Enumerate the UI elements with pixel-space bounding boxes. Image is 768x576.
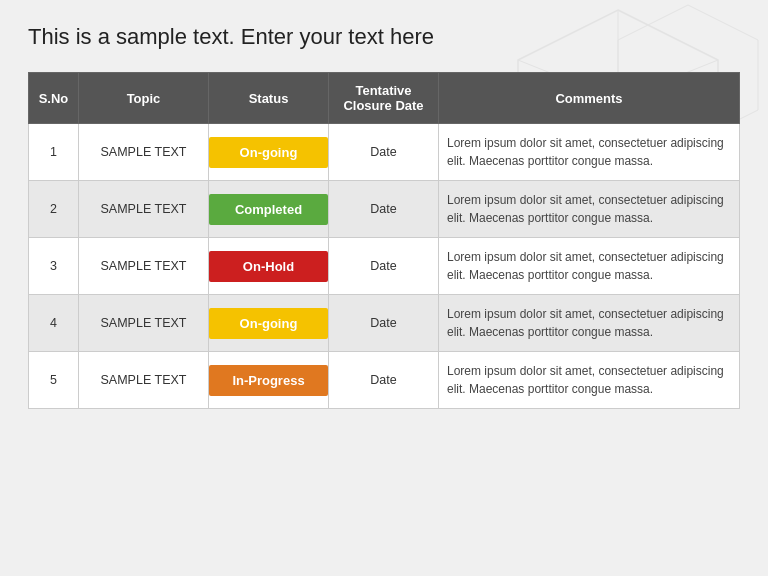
cell-sno: 4: [29, 295, 79, 352]
cell-date: Date: [329, 295, 439, 352]
status-badge: In-Progress: [209, 365, 328, 396]
cell-status: Completed: [209, 181, 329, 238]
cell-date: Date: [329, 238, 439, 295]
table-row: 3 SAMPLE TEXT On-Hold Date Lorem ipsum d…: [29, 238, 740, 295]
table-row: 1 SAMPLE TEXT On-going Date Lorem ipsum …: [29, 124, 740, 181]
header-status: Status: [209, 73, 329, 124]
cell-topic: SAMPLE TEXT: [79, 352, 209, 409]
cell-sno: 1: [29, 124, 79, 181]
header-comments: Comments: [439, 73, 740, 124]
cell-comments: Lorem ipsum dolor sit amet, consectetuer…: [439, 181, 740, 238]
cell-topic: SAMPLE TEXT: [79, 295, 209, 352]
cell-date: Date: [329, 124, 439, 181]
header-closure-date: Tentative Closure Date: [329, 73, 439, 124]
table-row: 4 SAMPLE TEXT On-going Date Lorem ipsum …: [29, 295, 740, 352]
status-table: S.No Topic Status Tentative Closure Date…: [28, 72, 740, 409]
cell-sno: 2: [29, 181, 79, 238]
cell-status: On-Hold: [209, 238, 329, 295]
cell-date: Date: [329, 181, 439, 238]
cell-status: In-Progress: [209, 352, 329, 409]
status-badge: On-Hold: [209, 251, 328, 282]
cell-comments: Lorem ipsum dolor sit amet, consectetuer…: [439, 295, 740, 352]
status-badge: On-going: [209, 308, 328, 339]
cell-topic: SAMPLE TEXT: [79, 238, 209, 295]
header-sno: S.No: [29, 73, 79, 124]
header-topic: Topic: [79, 73, 209, 124]
cell-comments: Lorem ipsum dolor sit amet, consectetuer…: [439, 352, 740, 409]
cell-date: Date: [329, 352, 439, 409]
cell-topic: SAMPLE TEXT: [79, 181, 209, 238]
cell-sno: 3: [29, 238, 79, 295]
cell-status: On-going: [209, 295, 329, 352]
status-badge: On-going: [209, 137, 328, 168]
cell-comments: Lorem ipsum dolor sit amet, consectetuer…: [439, 238, 740, 295]
page-title: This is a sample text. Enter your text h…: [28, 24, 740, 50]
cell-topic: SAMPLE TEXT: [79, 124, 209, 181]
cell-comments: Lorem ipsum dolor sit amet, consectetuer…: [439, 124, 740, 181]
table-header-row: S.No Topic Status Tentative Closure Date…: [29, 73, 740, 124]
cell-status: On-going: [209, 124, 329, 181]
cell-sno: 5: [29, 352, 79, 409]
table-row: 2 SAMPLE TEXT Completed Date Lorem ipsum…: [29, 181, 740, 238]
status-badge: Completed: [209, 194, 328, 225]
table-row: 5 SAMPLE TEXT In-Progress Date Lorem ips…: [29, 352, 740, 409]
